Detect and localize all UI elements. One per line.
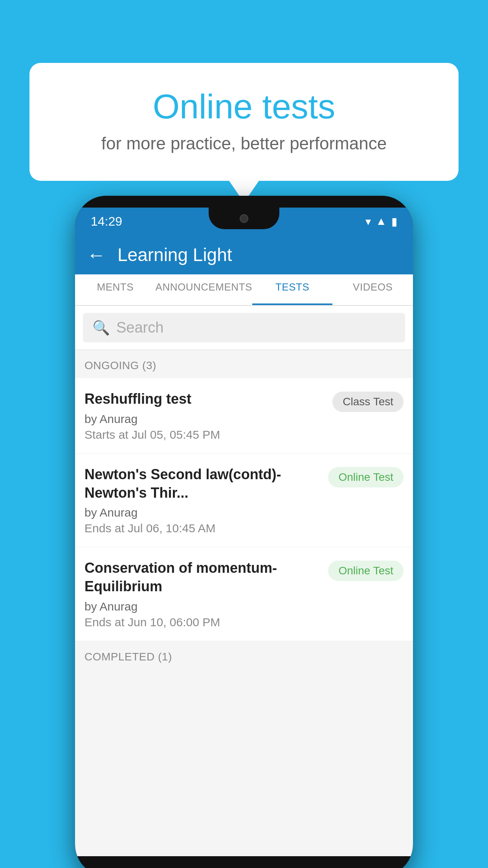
phone-content: 🔍 Search ONGOING (3) Reshuffling test by… (75, 306, 413, 856)
test-badge-3: Online Test (328, 561, 404, 581)
search-icon: 🔍 (92, 320, 110, 336)
tab-bar: MENTS ANNOUNCEMENTS TESTS VIDEOS (75, 274, 413, 306)
bubble-subtitle: for more practice, better performance (61, 134, 427, 153)
search-bar[interactable]: 🔍 Search (83, 313, 405, 342)
test-item-2[interactable]: Newton's Second law(contd)-Newton's Thir… (75, 454, 413, 548)
status-icons: ▾ ▲ ▮ (365, 215, 397, 228)
tab-ments[interactable]: MENTS (75, 274, 156, 305)
ongoing-section-header: ONGOING (3) (75, 350, 413, 378)
ongoing-title: ONGOING (3) (84, 359, 156, 371)
test-item-1[interactable]: Reshuffling test by Anurag Starts at Jul… (75, 378, 413, 454)
test-title-1: Reshuffling test (84, 390, 325, 408)
test-info-2: Newton's Second law(contd)-Newton's Thir… (84, 465, 328, 535)
test-author-2: by Anurag (84, 506, 320, 519)
test-date-2: Ends at Jul 06, 10:45 AM (84, 522, 320, 535)
app-bar: ← Learning Light (75, 235, 413, 274)
test-info-3: Conservation of momentum-Equilibrium by … (84, 559, 328, 629)
test-info-1: Reshuffling test by Anurag Starts at Jul… (84, 390, 332, 441)
test-author-3: by Anurag (84, 600, 320, 613)
phone-wrapper: 14:29 ▾ ▲ ▮ ← Learning Light MENTS ANNOU… (75, 196, 413, 868)
wifi-icon: ▾ (365, 215, 371, 228)
status-time: 14:29 (91, 214, 122, 229)
test-date-1: Starts at Jul 05, 05:45 PM (84, 428, 325, 441)
app-title: Learning Light (117, 244, 232, 265)
bubble-title: Online tests (61, 86, 427, 127)
speech-bubble: Online tests for more practice, better p… (29, 63, 459, 181)
status-bar: 14:29 ▾ ▲ ▮ (75, 208, 413, 235)
test-title-2: Newton's Second law(contd)-Newton's Thir… (84, 465, 320, 502)
test-badge-1: Class Test (332, 392, 404, 412)
tab-videos[interactable]: VIDEOS (332, 274, 413, 305)
test-date-3: Ends at Jun 10, 06:00 PM (84, 616, 320, 629)
camera (240, 214, 248, 223)
back-button[interactable]: ← (87, 244, 106, 266)
test-author-1: by Anurag (84, 412, 325, 426)
search-input[interactable]: Search (116, 319, 163, 336)
notch (209, 208, 279, 229)
tab-tests[interactable]: TESTS (252, 274, 333, 305)
tab-announcements[interactable]: ANNOUNCEMENTS (156, 274, 252, 305)
test-title-3: Conservation of momentum-Equilibrium (84, 559, 320, 596)
test-badge-2: Online Test (328, 467, 404, 487)
phone-frame: 14:29 ▾ ▲ ▮ ← Learning Light MENTS ANNOU… (75, 196, 413, 868)
battery-icon: ▮ (391, 215, 397, 228)
phone-top-bezel (75, 196, 413, 208)
test-list: Reshuffling test by Anurag Starts at Jul… (75, 378, 413, 641)
search-container: 🔍 Search (75, 306, 413, 350)
phone-bottom-bezel (75, 856, 413, 868)
completed-title: COMPLETED (1) (84, 651, 172, 663)
signal-icon: ▲ (376, 215, 387, 228)
test-item-3[interactable]: Conservation of momentum-Equilibrium by … (75, 547, 413, 641)
completed-section-header: COMPLETED (1) (75, 641, 413, 669)
